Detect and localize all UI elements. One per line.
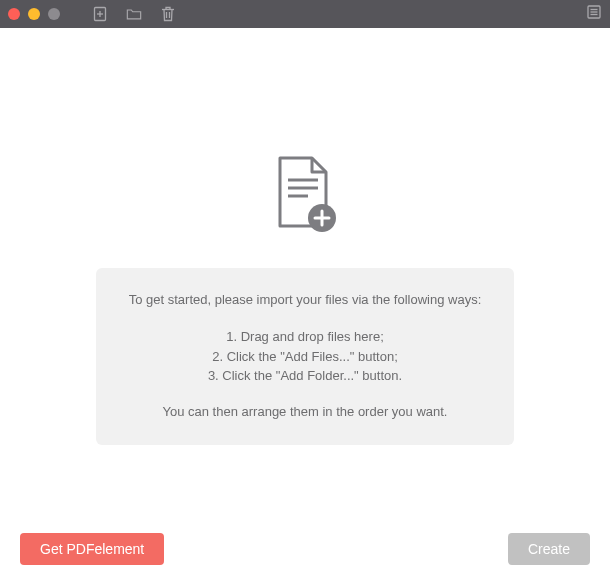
instruction-step-1: 1. Drag and drop files here; (116, 327, 494, 347)
instruction-step-3: 3. Click the "Add Folder..." button. (116, 366, 494, 386)
instructions-outro: You can then arrange them in the order y… (116, 402, 494, 423)
trash-icon[interactable] (160, 6, 176, 22)
main-content: To get started, please import your files… (0, 28, 610, 531)
instructions-steps: 1. Drag and drop files here; 2. Click th… (116, 327, 494, 386)
footer-bar: Get PDFelement Create (0, 531, 610, 571)
instructions-panel: To get started, please import your files… (96, 268, 514, 444)
add-file-icon[interactable] (92, 6, 108, 22)
titlebar (0, 0, 610, 28)
list-view-icon[interactable] (586, 4, 602, 20)
instructions-intro: To get started, please import your files… (116, 290, 494, 311)
add-folder-icon[interactable] (126, 6, 142, 22)
document-add-icon (270, 154, 340, 240)
toolbar (92, 6, 176, 22)
create-button: Create (508, 533, 590, 565)
get-pdfelement-button[interactable]: Get PDFelement (20, 533, 164, 565)
maximize-window-button (48, 8, 60, 20)
window-controls (8, 8, 60, 20)
minimize-window-button[interactable] (28, 8, 40, 20)
instruction-step-2: 2. Click the "Add Files..." button; (116, 347, 494, 367)
close-window-button[interactable] (8, 8, 20, 20)
